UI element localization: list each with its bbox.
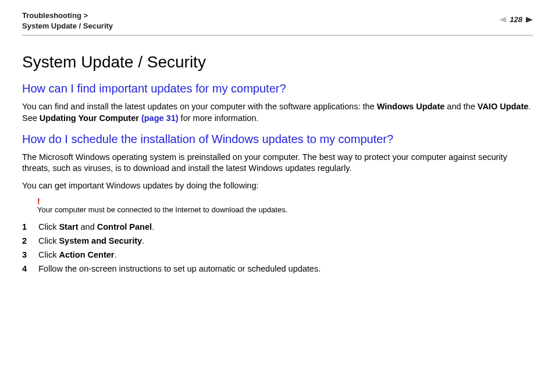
text: for more information. bbox=[179, 113, 259, 123]
bold-text: VAIO Update bbox=[478, 102, 529, 111]
text: and the bbox=[444, 102, 477, 111]
page-number: 128 bbox=[510, 15, 522, 24]
breadcrumb-line2: System Update / Security bbox=[22, 21, 113, 31]
next-page-arrow-icon[interactable] bbox=[526, 17, 533, 23]
prev-page-arrow-icon[interactable] bbox=[499, 17, 506, 23]
steps-list: 1 Click Start and Control Panel. 2 Click… bbox=[22, 222, 533, 273]
alert-icon: ! bbox=[37, 197, 533, 205]
step-number: 1 bbox=[22, 222, 38, 231]
step-item: 2 Click System and Security. bbox=[22, 236, 533, 245]
note-text: Your computer must be connected to the I… bbox=[37, 205, 533, 214]
step-text: Click Start and Control Panel. bbox=[38, 222, 533, 231]
step-text: Click Action Center. bbox=[38, 250, 533, 259]
svg-marker-1 bbox=[526, 17, 533, 23]
page-title: System Update / Security bbox=[22, 53, 533, 72]
step-item: 4 Follow the on-screen instructions to s… bbox=[22, 264, 533, 273]
page-nav: 128 bbox=[499, 15, 533, 24]
section2-heading: How do I schedule the installation of Wi… bbox=[22, 133, 533, 146]
breadcrumb: Troubleshooting > System Update / Securi… bbox=[22, 10, 113, 31]
step-item: 1 Click Start and Control Panel. bbox=[22, 222, 533, 231]
step-text: Follow the on-screen instructions to set… bbox=[38, 264, 533, 273]
section2-paragraph1: The Microsoft Windows operating system i… bbox=[22, 152, 533, 174]
svg-marker-0 bbox=[499, 17, 506, 23]
step-text: Click System and Security. bbox=[38, 236, 533, 245]
note-block: ! Your computer must be connected to the… bbox=[37, 197, 533, 214]
step-number: 4 bbox=[22, 264, 38, 273]
step-number: 3 bbox=[22, 250, 38, 259]
step-number: 2 bbox=[22, 236, 38, 245]
page-link[interactable]: (page 31) bbox=[141, 113, 179, 123]
section1-paragraph: You can find and install the latest upda… bbox=[22, 101, 533, 124]
page-header: Troubleshooting > System Update / Securi… bbox=[22, 10, 533, 35]
breadcrumb-line1: Troubleshooting > bbox=[22, 10, 113, 21]
text: You can find and install the latest upda… bbox=[22, 102, 377, 111]
bold-text: Windows Update bbox=[377, 102, 445, 111]
bold-text: Updating Your Computer bbox=[40, 113, 141, 123]
section2-paragraph2: You can get important Windows updates by… bbox=[22, 180, 533, 192]
section1-heading: How can I find important updates for my … bbox=[22, 82, 533, 95]
step-item: 3 Click Action Center. bbox=[22, 250, 533, 259]
